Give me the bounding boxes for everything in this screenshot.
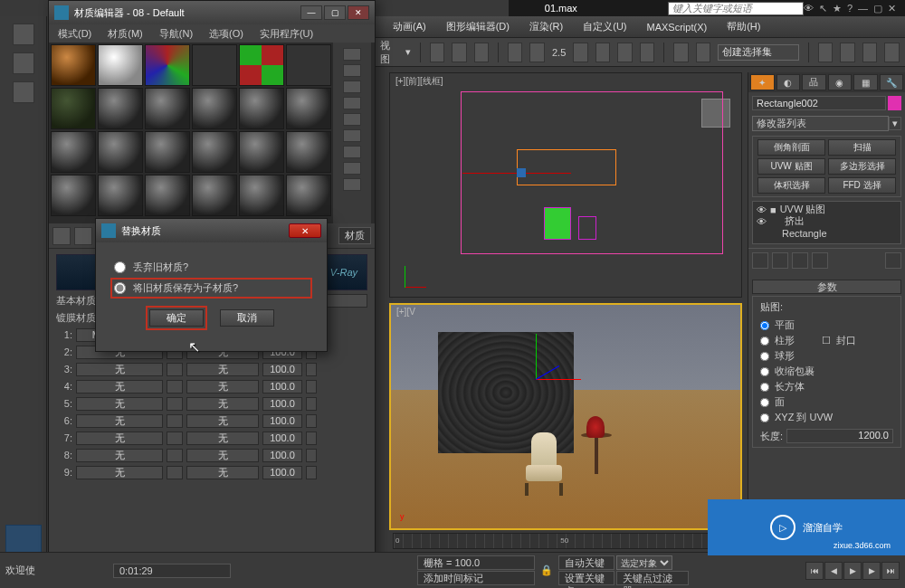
color-swatch[interactable]	[167, 414, 183, 428]
material-slot[interactable]	[145, 88, 190, 129]
amount-spinner[interactable]: 100.0	[262, 397, 302, 411]
key-filter-select[interactable]: 选定对象	[616, 555, 672, 570]
align-button[interactable]	[840, 43, 855, 62]
material-name-field[interactable]: 材质	[338, 227, 371, 244]
tab-hierarchy[interactable]: 品	[802, 74, 826, 90]
menu-material[interactable]: 材质(M)	[108, 27, 143, 41]
tool-button[interactable]	[452, 43, 467, 62]
menu-render[interactable]: 渲染(R)	[529, 20, 563, 33]
unlink-icon[interactable]	[13, 52, 34, 74]
option-discard[interactable]: 丢弃旧材质?	[114, 261, 309, 274]
sample-type-icon[interactable]	[343, 48, 361, 61]
minimize-icon[interactable]: —	[858, 3, 868, 14]
material-slot[interactable]	[51, 131, 96, 173]
material-button[interactable]: 无	[76, 449, 163, 462]
spinner-icon[interactable]	[306, 432, 317, 445]
amount-spinner[interactable]: 100.0	[262, 432, 302, 445]
material-slot[interactable]	[145, 131, 190, 173]
menu-maxscript[interactable]: MAXScript(X)	[647, 22, 708, 33]
material-slot[interactable]	[192, 175, 237, 216]
snap-percent-button[interactable]	[595, 43, 611, 62]
color-swatch[interactable]	[167, 363, 183, 376]
material-slot[interactable]	[98, 131, 143, 173]
spinner-icon[interactable]	[306, 414, 317, 428]
channels-icon[interactable]	[343, 178, 361, 191]
eye-icon[interactable]: 👁	[757, 216, 767, 227]
color-swatch[interactable]	[167, 397, 183, 411]
play-icon[interactable]: ▶	[843, 562, 862, 580]
time-ruler[interactable]: 0 50 100	[393, 533, 742, 549]
amount-spinner[interactable]: 100.0	[262, 414, 302, 428]
radio-planar[interactable]	[760, 321, 769, 330]
material-slot[interactable]	[239, 44, 284, 86]
get-material-icon[interactable]	[52, 227, 71, 245]
menu-help[interactable]: 帮助(H)	[727, 20, 760, 33]
show-icon[interactable]	[772, 252, 788, 269]
amount-spinner[interactable]: 100.0	[262, 466, 302, 479]
tab-motion[interactable]: ◉	[828, 74, 853, 90]
material-slot[interactable]	[286, 131, 331, 173]
tool-button[interactable]	[529, 43, 545, 62]
spinner-icon[interactable]	[306, 397, 317, 411]
material-slot[interactable]	[51, 175, 96, 216]
star-icon[interactable]: ★	[833, 3, 842, 14]
eye-icon[interactable]: 👁	[757, 204, 767, 215]
help-icon[interactable]: ?	[847, 3, 853, 14]
radio-spherical[interactable]	[760, 352, 769, 361]
menu-customize[interactable]: 自定义(U)	[583, 20, 626, 33]
tab-display[interactable]: ▦	[853, 74, 878, 90]
sample-uv-icon[interactable]	[343, 97, 361, 109]
material-slot[interactable]	[239, 131, 284, 173]
viewport-perspective[interactable]: [+][V y	[389, 303, 742, 530]
close-button[interactable]: ✕	[348, 5, 369, 20]
setkey-button[interactable]: 设置关键点	[558, 571, 614, 585]
spinner-icon[interactable]	[306, 363, 317, 376]
object-color-swatch[interactable]	[888, 96, 901, 110]
layer-button[interactable]	[862, 43, 878, 62]
viewport-label[interactable]: [+][V	[396, 307, 415, 317]
material-slot[interactable]	[286, 175, 331, 216]
material-slot[interactable]	[98, 88, 143, 129]
material-button[interactable]: 无	[76, 380, 163, 394]
tab-create[interactable]: ✦	[750, 74, 775, 90]
amount-spinner[interactable]: 100.0	[262, 449, 302, 462]
material-slot[interactable]	[51, 44, 96, 86]
tool-button[interactable]	[508, 43, 523, 62]
key-filters-button[interactable]: 关键点过滤器...	[616, 571, 689, 585]
video-check-icon[interactable]	[343, 113, 361, 126]
autokey-button[interactable]: 自动关键点	[558, 555, 614, 570]
map-button[interactable]: 无	[186, 432, 259, 445]
snap-angle-button[interactable]	[573, 43, 588, 62]
material-editor-titlebar[interactable]: 材质编辑器 - 08 - Default — ▢ ✕	[49, 1, 375, 24]
option-keep-as-sub[interactable]: 将旧材质保存为子材质?	[114, 281, 309, 295]
material-button[interactable]: 无	[76, 363, 163, 376]
next-frame-icon[interactable]: ▶	[862, 562, 881, 580]
close-button[interactable]: ✕	[289, 223, 321, 238]
radio-xyz[interactable]	[760, 413, 769, 422]
pin-icon[interactable]	[752, 252, 768, 269]
prev-frame-icon[interactable]: ◀	[824, 562, 843, 580]
unique-icon[interactable]	[792, 252, 808, 269]
dropdown-icon[interactable]: ▾	[889, 117, 901, 130]
amount-spinner[interactable]: 100.0	[262, 363, 302, 376]
snap-button[interactable]	[617, 43, 633, 62]
radio-keep[interactable]	[114, 282, 126, 294]
material-button[interactable]: 无	[76, 397, 163, 411]
schematic-button[interactable]	[884, 43, 900, 62]
dialog-titlebar[interactable]: 替换材质 ✕	[96, 219, 327, 242]
map-button[interactable]: 无	[186, 466, 259, 479]
selection-gizmo[interactable]	[462, 173, 571, 174]
material-slot[interactable]	[192, 44, 237, 86]
tool-button[interactable]	[673, 43, 689, 62]
material-slot[interactable]	[145, 175, 190, 216]
assign-icon[interactable]	[74, 227, 92, 245]
radio-box[interactable]	[760, 383, 769, 392]
menu-utilities[interactable]: 实用程序(U)	[260, 27, 313, 41]
color-swatch[interactable]	[167, 466, 183, 479]
material-slot[interactable]	[239, 175, 284, 216]
search-input[interactable]	[668, 2, 804, 15]
uvw-map-button[interactable]: UVW 贴图	[757, 158, 825, 175]
material-slot[interactable]	[286, 88, 331, 129]
poly-select-button[interactable]: 多边形选择	[828, 158, 896, 175]
menu-animation[interactable]: 动画(A)	[393, 20, 426, 33]
